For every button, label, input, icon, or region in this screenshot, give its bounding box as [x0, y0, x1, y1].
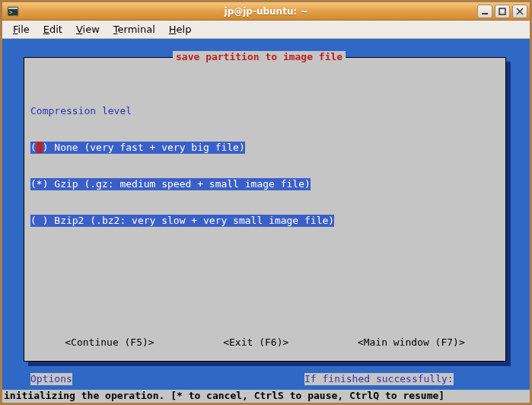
- main-window-button[interactable]: <Main window (F7)>: [355, 336, 468, 349]
- compression-none-radio[interactable]: ( ) None (very fast + very big file): [30, 142, 245, 154]
- svg-rect-4: [499, 8, 505, 14]
- compression-heading: Compression level: [30, 105, 132, 117]
- maximize-icon: [499, 8, 506, 15]
- window-controls: [477, 5, 530, 18]
- finished-heading: If finished successfully:: [304, 373, 454, 385]
- menu-terminal[interactable]: Terminal: [107, 22, 161, 37]
- minimize-icon: [481, 8, 489, 15]
- dialog-panel: save partition to image file Compression…: [24, 57, 506, 362]
- continue-button[interactable]: <Continue (F5)>: [62, 336, 157, 349]
- app-window: >_ jp@jp-ubuntu: ~ File Edit View Termin…: [0, 0, 532, 405]
- menubar: File Edit View Terminal Help: [2, 21, 530, 39]
- maximize-button[interactable]: [495, 5, 510, 18]
- exit-button[interactable]: <Exit (F6)>: [220, 336, 291, 349]
- dialog-content: Compression level ( ) None (very fast + …: [30, 69, 499, 355]
- status-line: initializing the operation. [* to cancel…: [2, 390, 530, 403]
- dialog-title: save partition to image file: [173, 51, 346, 63]
- svg-text:>_: >_: [9, 9, 17, 16]
- menu-help[interactable]: Help: [163, 22, 198, 37]
- compression-bzip2-radio[interactable]: ( ) Bzip2 (.bz2: very slow + very small …: [30, 215, 334, 227]
- close-icon: [516, 8, 524, 15]
- terminal-icon: >_: [7, 5, 19, 18]
- options-heading: Options: [30, 373, 72, 385]
- menu-file[interactable]: File: [7, 22, 36, 37]
- window-title: jp@jp-ubuntu: ~: [225, 6, 308, 17]
- terminal-area[interactable]: save partition to image file Compression…: [2, 39, 530, 403]
- titlebar[interactable]: >_ jp@jp-ubuntu: ~: [2, 2, 530, 21]
- menu-edit[interactable]: Edit: [37, 22, 68, 37]
- minimize-button[interactable]: [477, 5, 492, 18]
- dialog-actions: <Continue (F5)> <Exit (F6)> <Main window…: [30, 336, 499, 349]
- compression-gzip-radio[interactable]: (*) Gzip (.gz: medium speed + small imag…: [30, 178, 311, 190]
- close-button[interactable]: [512, 5, 527, 18]
- menu-view[interactable]: View: [70, 22, 106, 37]
